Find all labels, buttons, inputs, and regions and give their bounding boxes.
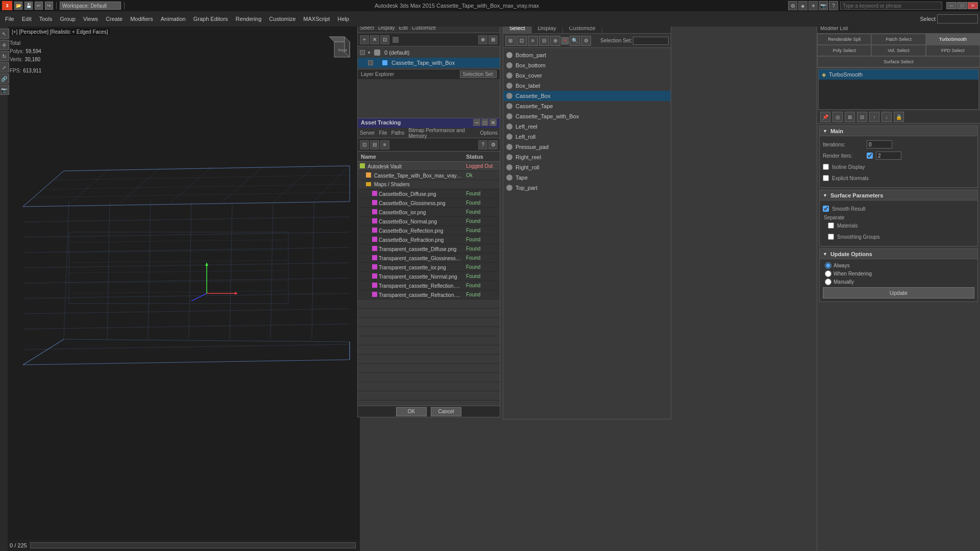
redo-btn[interactable]: ↪ [45, 2, 53, 10]
menu-help[interactable]: Help [334, 15, 352, 23]
scale-tool[interactable]: ⤢ [0, 62, 9, 72]
maximize-btn[interactable]: □ [957, 2, 967, 9]
vol-select-btn[interactable]: Vol. Select [871, 45, 925, 56]
menu-customize[interactable]: Customize [266, 15, 299, 23]
layer-selection-set-btn[interactable]: Selection Set: [460, 70, 497, 78]
render-iters-input[interactable] [876, 152, 901, 160]
layer-icon4[interactable]: ⊕ [478, 35, 487, 44]
asset-row-2[interactable]: CassetteBox_ior.png Found [358, 208, 500, 217]
obj-item-0[interactable]: Bottom_part [503, 50, 671, 60]
menu-animation[interactable]: Animation [158, 15, 189, 23]
asset-tracking-title-bar[interactable]: Asset Tracking ─ □ ✕ [358, 117, 500, 128]
save-btn[interactable]: 💾 [24, 2, 33, 10]
asset-row-0[interactable]: CassetteBox_Diffuse.png Found [358, 189, 500, 198]
asset-minimize[interactable]: ─ [473, 119, 480, 126]
scene-icon6[interactable]: 🔍 [570, 36, 580, 46]
menu-edit[interactable]: Edit [19, 15, 35, 23]
asset-icon4[interactable]: ? [478, 140, 487, 149]
asset-row-11[interactable]: Transparent_cassette_Refraction.png Foun… [358, 290, 500, 299]
modifier-btn7[interactable]: 🔒 [894, 112, 904, 122]
asset-row-3[interactable]: CassetteBox_Normal.png Found [358, 217, 500, 226]
asset-icon5[interactable]: ⚙ [488, 140, 498, 149]
asset-row-maxfile[interactable]: Cassette_Tape_with_Box_max_vray.max Ok [358, 171, 500, 180]
asset-row-1[interactable]: CassetteBox_Glossiness.png Found [358, 198, 500, 208]
section-surface-header[interactable]: ▼ Surface Parameters [820, 190, 977, 201]
asset-menu-bitmap[interactable]: Bitmap Performance and Memory [408, 128, 476, 139]
workspace-dropdown[interactable]: Workspace: Default [60, 2, 121, 10]
asset-row-10[interactable]: Transparent_cassette_Reflection.png Foun… [358, 281, 500, 290]
asset-menu-file[interactable]: File [379, 130, 387, 136]
scene-icon1[interactable]: ⊞ [505, 36, 516, 46]
obj-item-11[interactable]: Right_roll [503, 162, 671, 172]
select-filter-input[interactable] [937, 14, 978, 23]
camera-icon[interactable]: 📷 [819, 1, 828, 10]
move-tool[interactable]: ✛ [0, 40, 9, 50]
obj-item-10[interactable]: Right_reel [503, 152, 671, 162]
when-rendering-radio[interactable] [825, 270, 831, 277]
minimize-btn[interactable]: ─ [946, 2, 957, 9]
timeline-bar[interactable] [30, 542, 356, 548]
menu-modifiers[interactable]: Modifiers [127, 15, 156, 23]
undo-btn[interactable]: ↩ [35, 2, 43, 10]
modifier-btn6[interactable]: ↓ [881, 112, 892, 122]
obj-item-8[interactable]: Left_roll [503, 132, 671, 142]
rotate-tool[interactable]: ↻ [0, 51, 9, 61]
obj-item-6[interactable]: Cassette_Tape_with_Box [503, 111, 671, 121]
search-input[interactable] [840, 2, 942, 10]
asset-ok-btn[interactable]: OK [396, 407, 427, 416]
scene-close-x[interactable]: ✕ [561, 37, 569, 44]
close-btn[interactable]: ✕ [968, 2, 978, 9]
modifier-btn5[interactable]: ↑ [869, 112, 879, 122]
menu-rendering[interactable]: Rendering [233, 15, 265, 23]
fpd-select-btn[interactable]: FPD Select [926, 45, 980, 56]
surface-select-btn[interactable]: Surface Select [817, 56, 980, 67]
asset-icon1[interactable]: ⊡ [360, 140, 369, 149]
main-viewport[interactable]: [+] [Perspective] [Realistic + Edged Fac… [8, 27, 360, 540]
camera-tool[interactable]: 📷 [0, 85, 9, 95]
patch-select-btn[interactable]: Patch Select [871, 34, 925, 45]
renderable-spline-btn[interactable]: Renderable Spli [817, 34, 871, 45]
obj-item-9[interactable]: Pressue_pad [503, 142, 671, 152]
smoothing-groups-checkbox[interactable] [828, 234, 834, 240]
modifier-item-turbosmooth[interactable]: ◈ TurboSmooth [819, 69, 978, 80]
menu-maxscript[interactable]: MAXScript [300, 15, 333, 23]
scene-icon4[interactable]: ⊟ [539, 36, 549, 46]
asset-row-5[interactable]: CassetteBox_Refraction.png Found [358, 235, 500, 244]
select-tool[interactable]: ↖ [0, 29, 9, 39]
file-open-btn[interactable]: 📂 [14, 2, 22, 10]
layer-icon5[interactable]: ⊞ [488, 35, 498, 44]
obj-item-1[interactable]: Box_bottom [503, 60, 671, 70]
help-icon[interactable]: ? [829, 1, 838, 10]
asset-row-maps-folder[interactable]: Maps / Shaders [358, 180, 500, 189]
asset-restore[interactable]: □ [481, 119, 488, 126]
poly-select-btn[interactable]: Poly Select [817, 45, 871, 56]
menu-graph-editors[interactable]: Graph Editors [190, 15, 231, 23]
navigation-cube[interactable]: Front [324, 32, 355, 62]
scene-icon7[interactable]: ⚙ [581, 36, 591, 46]
modifier-btn2[interactable]: ◎ [832, 112, 843, 122]
obj-item-5[interactable]: Cassette_Tape [503, 101, 671, 111]
obj-item-7[interactable]: Left_reel [503, 121, 671, 132]
asset-icon2[interactable]: ⊟ [370, 140, 379, 149]
asset-row-7[interactable]: Transparent_cassette_Glossiness.png Foun… [358, 254, 500, 263]
turbo-smooth-btn[interactable]: TurboSmooth [926, 34, 980, 45]
isoline-checkbox[interactable] [823, 164, 829, 170]
layer-checkbox-1[interactable] [368, 60, 373, 65]
modifier-btn3[interactable]: ⊞ [845, 112, 855, 122]
obj-item-4[interactable]: Cassette_Box [503, 91, 671, 101]
asset-row-8[interactable]: Transparent_cassette_ior.png Found [358, 263, 500, 272]
menu-views[interactable]: Views [80, 15, 101, 23]
asset-menu-options[interactable]: Options [480, 130, 498, 136]
iterations-input[interactable] [867, 140, 892, 148]
link-tool[interactable]: 🔗 [0, 73, 9, 84]
layer-new-btn[interactable]: + [360, 35, 369, 44]
obj-item-2[interactable]: Box_cover [503, 70, 671, 81]
asset-icon3[interactable]: ≡ [380, 140, 389, 149]
material-icon[interactable]: ◈ [798, 1, 807, 10]
scene-icon3[interactable]: ≡ [528, 36, 538, 46]
menu-group[interactable]: Group [57, 15, 79, 23]
asset-row-6[interactable]: Transparent_cassette_Diffuse.png Found [358, 244, 500, 254]
asset-row-9[interactable]: Transparent_cassette_Normal.png Found [358, 272, 500, 281]
render-iters-checkbox[interactable] [867, 153, 873, 159]
render-icon[interactable]: ⚙ [788, 1, 797, 10]
